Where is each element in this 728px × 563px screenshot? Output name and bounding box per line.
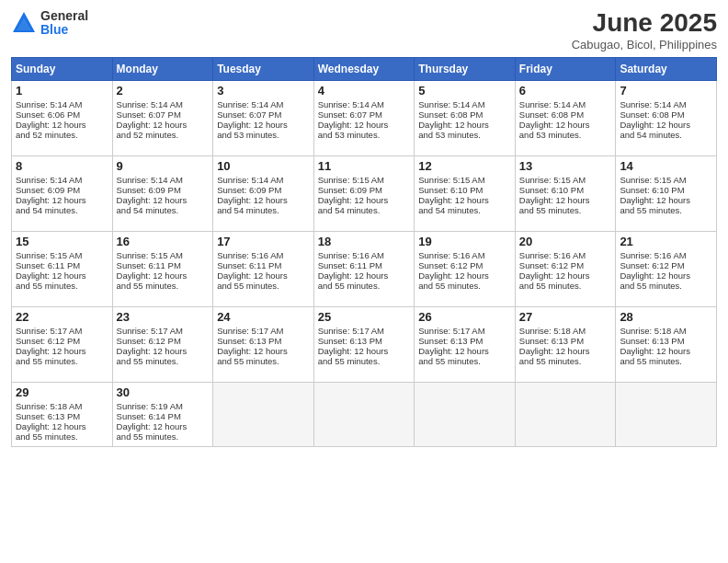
day-number: 12 xyxy=(418,159,511,173)
daylight-value: and 54 minutes. xyxy=(217,205,279,215)
sunset-label: Sunset: 6:13 PM xyxy=(318,336,382,346)
sunset-label: Sunset: 6:12 PM xyxy=(418,260,483,270)
daylight-label: Daylight: 12 hours xyxy=(620,120,690,130)
daylight-label: Daylight: 12 hours xyxy=(16,421,86,431)
sunrise-label: Sunrise: 5:17 AM xyxy=(318,326,384,336)
day-header-wednesday: Wednesday xyxy=(313,57,415,80)
daylight-value: and 55 minutes. xyxy=(620,356,682,366)
sunrise-label: Sunrise: 5:14 AM xyxy=(318,99,384,109)
calendar-cell: 2 Sunrise: 5:14 AM Sunset: 6:07 PM Dayli… xyxy=(112,80,213,155)
daylight-label: Daylight: 12 hours xyxy=(16,270,86,281)
day-number: 15 xyxy=(16,235,108,248)
sunrise-label: Sunrise: 5:15 AM xyxy=(117,250,183,260)
daylight-value: and 54 minutes. xyxy=(117,205,179,215)
sunset-label: Sunset: 6:11 PM xyxy=(318,260,382,270)
daylight-label: Daylight: 12 hours xyxy=(318,120,389,130)
calendar-cell: 29 Sunrise: 5:18 AM Sunset: 6:13 PM Dayl… xyxy=(12,382,113,446)
sunset-label: Sunset: 6:11 PM xyxy=(217,260,281,270)
sunset-label: Sunset: 6:07 PM xyxy=(117,109,181,120)
sunrise-label: Sunrise: 5:16 AM xyxy=(620,250,686,260)
daylight-value: and 55 minutes. xyxy=(519,356,582,366)
sunrise-label: Sunrise: 5:15 AM xyxy=(519,175,586,185)
sunrise-label: Sunrise: 5:18 AM xyxy=(620,326,686,336)
day-number: 20 xyxy=(519,235,612,248)
calendar-cell: 10 Sunrise: 5:14 AM Sunset: 6:09 PM Dayl… xyxy=(213,155,314,231)
daylight-value: and 53 minutes. xyxy=(217,130,279,140)
daylight-value: and 54 minutes. xyxy=(620,130,682,140)
daylight-value: and 55 minutes. xyxy=(519,205,582,215)
day-number: 13 xyxy=(519,159,612,173)
daylight-value: and 55 minutes. xyxy=(117,356,179,366)
daylight-value: and 55 minutes. xyxy=(318,356,381,366)
calendar-cell: 16 Sunrise: 5:15 AM Sunset: 6:11 PM Dayl… xyxy=(112,231,213,306)
sunrise-label: Sunrise: 5:15 AM xyxy=(318,175,384,185)
daylight-value: and 53 minutes. xyxy=(318,130,381,140)
logo-blue: Blue xyxy=(40,23,88,37)
daylight-value: and 55 minutes. xyxy=(620,281,682,291)
daylight-value: and 55 minutes. xyxy=(16,356,78,366)
calendar-week-3: 15 Sunrise: 5:15 AM Sunset: 6:11 PM Dayl… xyxy=(12,231,717,306)
daylight-label: Daylight: 12 hours xyxy=(16,346,86,356)
sunrise-label: Sunrise: 5:17 AM xyxy=(418,326,484,336)
calendar-cell: 18 Sunrise: 5:16 AM Sunset: 6:11 PM Dayl… xyxy=(313,231,415,306)
daylight-label: Daylight: 12 hours xyxy=(318,346,389,356)
sunset-label: Sunset: 6:09 PM xyxy=(16,185,80,195)
daylight-value: and 55 minutes. xyxy=(519,281,582,291)
daylight-label: Daylight: 12 hours xyxy=(519,195,590,205)
daylight-value: and 55 minutes. xyxy=(318,281,381,291)
daylight-value: and 55 minutes. xyxy=(217,356,279,366)
daylight-label: Daylight: 12 hours xyxy=(16,195,86,205)
calendar-cell: 3 Sunrise: 5:14 AM Sunset: 6:07 PM Dayli… xyxy=(213,80,314,155)
sunset-label: Sunset: 6:14 PM xyxy=(117,411,181,421)
daylight-label: Daylight: 12 hours xyxy=(217,270,288,281)
calendar-cell: 6 Sunrise: 5:14 AM Sunset: 6:08 PM Dayli… xyxy=(515,80,616,155)
sunrise-label: Sunrise: 5:17 AM xyxy=(117,326,183,336)
sunrise-label: Sunrise: 5:15 AM xyxy=(418,175,484,185)
day-number: 27 xyxy=(519,310,612,324)
calendar-cell: 19 Sunrise: 5:16 AM Sunset: 6:12 PM Dayl… xyxy=(415,231,516,306)
calendar-cell: 24 Sunrise: 5:17 AM Sunset: 6:13 PM Dayl… xyxy=(213,306,314,382)
calendar-cell: 14 Sunrise: 5:15 AM Sunset: 6:10 PM Dayl… xyxy=(616,155,717,231)
day-header-monday: Monday xyxy=(112,57,213,80)
daylight-value: and 55 minutes. xyxy=(16,281,78,291)
calendar-subtitle: Cabugao, Bicol, Philippines xyxy=(572,38,717,52)
daylight-label: Daylight: 12 hours xyxy=(519,270,590,281)
sunset-label: Sunset: 6:13 PM xyxy=(217,336,281,346)
daylight-label: Daylight: 12 hours xyxy=(519,120,590,130)
sunset-label: Sunset: 6:12 PM xyxy=(117,336,181,346)
day-number: 4 xyxy=(318,84,411,98)
sunset-label: Sunset: 6:10 PM xyxy=(620,185,684,195)
sunset-label: Sunset: 6:10 PM xyxy=(519,185,584,195)
calendar-cell: 25 Sunrise: 5:17 AM Sunset: 6:13 PM Dayl… xyxy=(313,306,415,382)
calendar-cell xyxy=(313,382,415,446)
day-number: 24 xyxy=(217,310,310,324)
day-number: 28 xyxy=(620,310,712,324)
daylight-label: Daylight: 12 hours xyxy=(620,346,690,356)
sunrise-label: Sunrise: 5:15 AM xyxy=(16,250,82,260)
daylight-label: Daylight: 12 hours xyxy=(519,346,590,356)
calendar-cell: 21 Sunrise: 5:16 AM Sunset: 6:12 PM Dayl… xyxy=(616,231,717,306)
daylight-label: Daylight: 12 hours xyxy=(117,270,188,281)
day-number: 30 xyxy=(117,385,210,399)
sunset-label: Sunset: 6:06 PM xyxy=(16,109,80,120)
calendar-cell: 1 Sunrise: 5:14 AM Sunset: 6:06 PM Dayli… xyxy=(12,80,113,155)
daylight-value: and 55 minutes. xyxy=(117,281,179,291)
daylight-label: Daylight: 12 hours xyxy=(418,270,489,281)
sunrise-label: Sunrise: 5:16 AM xyxy=(519,250,586,260)
daylight-label: Daylight: 12 hours xyxy=(217,120,288,130)
day-header-tuesday: Tuesday xyxy=(213,57,314,80)
sunset-label: Sunset: 6:07 PM xyxy=(217,109,281,120)
calendar-cell: 22 Sunrise: 5:17 AM Sunset: 6:12 PM Dayl… xyxy=(12,306,113,382)
sunrise-label: Sunrise: 5:18 AM xyxy=(16,401,82,411)
sunrise-label: Sunrise: 5:17 AM xyxy=(16,326,82,336)
daylight-label: Daylight: 12 hours xyxy=(217,346,288,356)
daylight-value: and 55 minutes. xyxy=(620,205,682,215)
sunrise-label: Sunrise: 5:14 AM xyxy=(16,99,82,109)
calendar-cell xyxy=(213,382,314,446)
sunrise-label: Sunrise: 5:16 AM xyxy=(418,250,484,260)
logo-general: General xyxy=(40,9,88,23)
calendar-cell: 9 Sunrise: 5:14 AM Sunset: 6:09 PM Dayli… xyxy=(112,155,213,231)
sunset-label: Sunset: 6:08 PM xyxy=(620,109,684,120)
calendar-cell: 5 Sunrise: 5:14 AM Sunset: 6:08 PM Dayli… xyxy=(415,80,516,155)
daylight-label: Daylight: 12 hours xyxy=(418,120,489,130)
